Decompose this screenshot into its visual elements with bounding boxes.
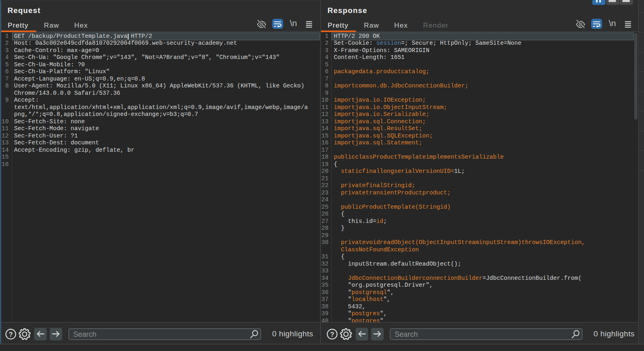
- svg-text:?: ?: [330, 330, 334, 338]
- svg-text:?: ?: [9, 330, 13, 338]
